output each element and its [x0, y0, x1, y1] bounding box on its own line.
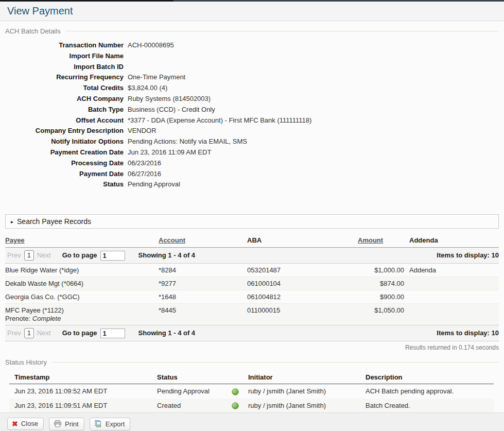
- goto-page-label: Go to page: [62, 329, 97, 338]
- legend-divider: [66, 31, 499, 31]
- chevron-right-icon: ▸: [11, 219, 13, 225]
- field-status: StatusPending Approval: [5, 179, 499, 190]
- goto-page-input[interactable]: [100, 329, 125, 338]
- field-import-batch-id: Import Batch ID: [5, 62, 499, 73]
- payee-cell: MFC Payee (*1122) Prenote: Complete: [5, 304, 159, 325]
- account-cell: *9277: [159, 277, 247, 290]
- sort-payee-link[interactable]: Payee: [5, 236, 25, 244]
- field-import-file-name: Import File Name: [5, 51, 499, 62]
- search-panel-label: Search Payee Records: [17, 217, 91, 226]
- column-header-aba: ABA: [247, 235, 353, 248]
- column-header-payee[interactable]: Payee: [5, 235, 159, 248]
- sort-amount-link[interactable]: Amount: [358, 236, 383, 244]
- status-history-legend: Status History: [5, 358, 499, 366]
- next-page-button[interactable]: Next: [37, 329, 51, 338]
- column-header-amount[interactable]: Amount: [353, 235, 404, 248]
- pager-row-bottom: Prev 1 Next Go to page Showing 1 - 4 of …: [5, 325, 499, 341]
- globe-icon: [232, 402, 239, 409]
- payee-table-header-row: Payee Account ABA Amount Addenda: [5, 235, 499, 248]
- addenda-link[interactable]: Addenda: [404, 264, 499, 277]
- printer-icon: [54, 420, 62, 428]
- payee-row-2: Dekalb Waste Mgt (*0664) *9277 061000104…: [5, 277, 499, 290]
- close-button[interactable]: ✖ Close: [7, 418, 44, 430]
- timestamp-cell: Jun 23, 2016 11:09:51 AM EDT: [9, 399, 152, 413]
- status-history-legend-text: Status History: [5, 358, 47, 366]
- status-history-row-2: Jun 23, 2016 11:09:51 AM EDT Created rub…: [9, 399, 494, 413]
- field-ach-company: ACH CompanyRuby Systems (814502003): [5, 94, 499, 105]
- status-cell: Created: [152, 399, 227, 413]
- column-header-timestamp: Timestamp: [9, 371, 152, 384]
- amount-cell: $874.00: [353, 277, 404, 290]
- batch-details-legend-text: ACH Batch Details: [5, 27, 61, 35]
- payee-row-4: MFC Payee (*1122) Prenote: Complete *844…: [5, 304, 499, 325]
- showing-count-label: Showing 1 - 4 of 4: [138, 251, 196, 260]
- account-cell: *8445: [159, 304, 247, 325]
- results-time-label: Results returned in 0.174 seconds: [5, 341, 499, 352]
- print-button[interactable]: Print: [49, 418, 84, 430]
- items-to-display-label: Items to display: 10: [437, 251, 499, 260]
- globe-icon: [232, 388, 239, 395]
- addenda-cell: [404, 277, 499, 290]
- channel-cell: [227, 384, 243, 399]
- payee-name: MFC Payee (*1122): [5, 306, 159, 314]
- pager-top: Prev 1 Next Go to page Showing 1 - 4 of …: [5, 250, 499, 261]
- page-number-button[interactable]: 1: [24, 328, 34, 338]
- items-to-display-label: Items to display: 10: [437, 329, 499, 338]
- payee-table: Payee Account ABA Amount Addenda Prev 1 …: [5, 235, 499, 341]
- field-total-credits: Total Credits$3,824.00 (4): [5, 83, 499, 94]
- export-icon: [94, 420, 102, 428]
- column-header-account[interactable]: Account: [159, 235, 247, 248]
- sort-account-link[interactable]: Account: [159, 236, 185, 244]
- pager-bottom: Prev 1 Next Go to page Showing 1 - 4 of …: [5, 328, 499, 338]
- footer-action-bar: ✖ Close Print Export: [0, 412, 504, 431]
- goto-page-label: Go to page: [62, 251, 97, 260]
- prenote-status: Prenote: Complete: [5, 315, 159, 322]
- column-header-status: Status: [152, 371, 227, 384]
- page-number-button[interactable]: 1: [24, 250, 34, 261]
- prev-page-button[interactable]: Prev: [7, 329, 21, 338]
- description-cell: Batch Created.: [360, 399, 494, 413]
- field-payment-date: Payment Date06/27/2016: [5, 169, 499, 180]
- search-payee-records-panel[interactable]: ▸Search Payee Records: [5, 214, 499, 229]
- next-page-button[interactable]: Next: [37, 251, 51, 260]
- status-cell: Pending Approval: [152, 384, 227, 399]
- status-history-table: Timestamp Status Initiator Description J…: [9, 371, 494, 412]
- addenda-cell: [404, 304, 499, 325]
- initiator-cell: ruby / jsmith (Janet Smith): [243, 399, 360, 413]
- goto-page-input[interactable]: [100, 251, 125, 261]
- amount-cell: $1,050.00: [353, 304, 404, 325]
- payee-row-3: Georgia Gas Co. (*GGC) *1648 061004812 $…: [5, 290, 499, 304]
- payee-row-1: Blue Ridge Water (*idge) *8284 053201487…: [5, 264, 499, 277]
- prev-page-button[interactable]: Prev: [7, 251, 21, 260]
- description-cell: ACH Batch pending approval.: [360, 384, 494, 399]
- addenda-cell: [404, 290, 499, 304]
- close-icon: ✖: [12, 420, 18, 427]
- field-notify-initiator-options: Notify Initiator OptionsPending Actions:…: [5, 136, 499, 147]
- field-transaction-number: Transaction NumberACH-00008695: [5, 40, 499, 51]
- showing-count-label: Showing 1 - 4 of 4: [138, 329, 196, 338]
- aba-cell: 061004812: [247, 290, 353, 304]
- pager-row-top: Prev 1 Next Go to page Showing 1 - 4 of …: [5, 248, 499, 264]
- account-cell: *8284: [159, 264, 247, 277]
- field-payment-creation-date: Payment Creation DateJun 23, 2016 11:09 …: [5, 147, 499, 158]
- main-content: ACH Batch Details Transaction NumberACH-…: [0, 21, 504, 412]
- payee-cell: Georgia Gas Co. (*GGC): [5, 290, 159, 304]
- amount-cell: $900.00: [353, 290, 404, 304]
- aba-cell: 053201487: [247, 264, 353, 277]
- column-header-channel: [227, 371, 243, 384]
- column-header-addenda: Addenda: [404, 235, 499, 248]
- channel-cell: [227, 399, 243, 413]
- batch-details-fields: Transaction NumberACH-00008695 Import Fi…: [5, 40, 499, 190]
- timestamp-cell: Jun 23, 2016 11:09:52 AM EDT: [9, 384, 152, 399]
- field-batch-type: Batch TypeBusiness (CCD) - Credit Only: [5, 105, 499, 115]
- export-button[interactable]: Export: [90, 418, 131, 430]
- initiator-cell: ruby / jsmith (Janet Smith): [243, 384, 360, 399]
- payee-cell: Dekalb Waste Mgt (*0664): [5, 277, 159, 290]
- amount-cell: $1,000.00: [353, 264, 404, 277]
- field-company-entry-description: Company Entry DescriptionVENDOR: [5, 126, 499, 136]
- title-bar: View Payment: [0, 0, 504, 21]
- page-title: View Payment: [7, 5, 497, 17]
- field-offset-account: Offset Account*3377 - DDA (Expense Accou…: [5, 115, 499, 126]
- batch-details-legend: ACH Batch Details: [5, 27, 499, 35]
- column-header-initiator: Initiator: [243, 371, 360, 384]
